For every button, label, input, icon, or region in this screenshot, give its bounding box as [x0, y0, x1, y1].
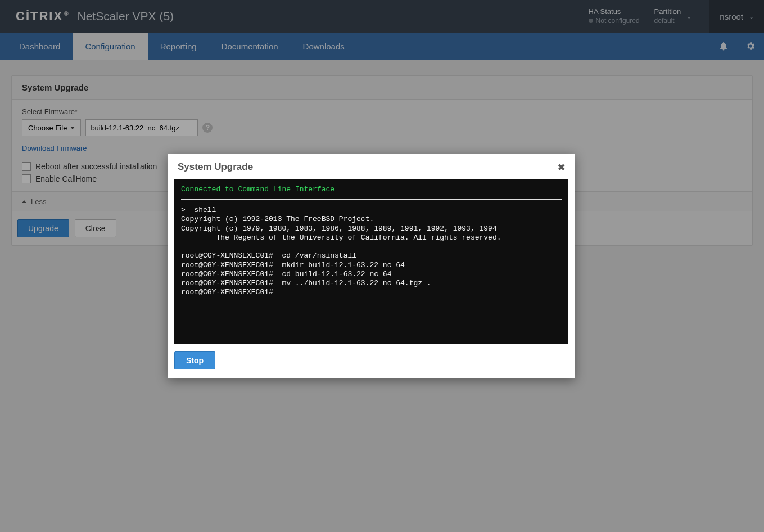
modal-title: System Upgrade [178, 161, 253, 173]
terminal-header: Connected to Command Line Interface [181, 185, 562, 197]
terminal-output: Connected to Command Line Interface > sh… [174, 179, 568, 344]
close-icon[interactable]: ✖ [558, 162, 565, 173]
stop-button[interactable]: Stop [174, 351, 215, 369]
system-upgrade-modal: System Upgrade ✖ Connected to Command Li… [168, 154, 575, 378]
terminal-body: > shell Copyright (c) 1992-2013 The Free… [181, 206, 562, 297]
